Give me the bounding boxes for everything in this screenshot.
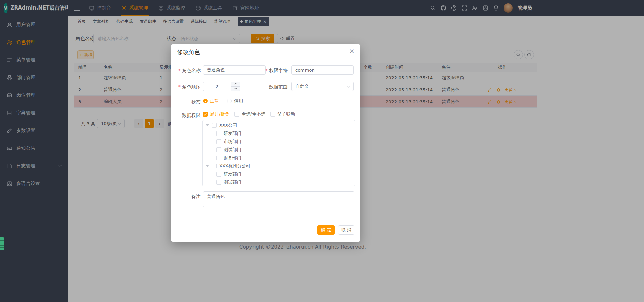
role-order-value: 2 bbox=[203, 84, 231, 89]
remark-value: 普通角色 bbox=[207, 194, 225, 199]
remark-textarea[interactable]: 普通角色 bbox=[203, 191, 354, 207]
cancel-button[interactable]: 取 消 bbox=[338, 225, 354, 235]
data-permission-label: 数据权限 bbox=[173, 112, 201, 119]
tree-node-label: XXX杭州分公司 bbox=[219, 163, 250, 169]
radio-label: 正常 bbox=[210, 98, 219, 104]
checkbox-label: 全选/全不选 bbox=[242, 111, 265, 117]
checkbox-icon[interactable] bbox=[212, 123, 217, 128]
decrease-button[interactable] bbox=[231, 87, 240, 91]
remark-label: 备注 bbox=[173, 194, 201, 200]
checkbox-label: 父子联动 bbox=[277, 111, 295, 117]
permission-tree: XXX公司 研发部门 市场部门 测试部门 财务部门 XXX杭州分公司 研发部门 bbox=[202, 120, 355, 186]
role-key-value: common bbox=[295, 68, 315, 73]
role-order-label: 角色顺序 bbox=[173, 84, 201, 90]
checkbox-icon[interactable] bbox=[216, 172, 221, 177]
checkbox-icon[interactable] bbox=[216, 147, 221, 152]
tree-node[interactable]: 研发部门 bbox=[203, 129, 355, 138]
checkbox-icon[interactable] bbox=[216, 139, 221, 144]
role-order-stepper[interactable]: 2 bbox=[203, 82, 240, 91]
checkbox-icon[interactable] bbox=[216, 156, 221, 160]
radio-normal[interactable]: 正常 bbox=[203, 98, 219, 104]
checkbox-label: 展开/折叠 bbox=[210, 111, 229, 117]
tree-node[interactable]: XXX杭州分公司 bbox=[203, 162, 355, 170]
caret-down-icon[interactable] bbox=[206, 165, 209, 167]
increase-button[interactable] bbox=[231, 82, 240, 87]
checkbox-icon[interactable] bbox=[216, 180, 221, 185]
checkbox-expand-collapse[interactable]: 展开/折叠 bbox=[203, 111, 229, 117]
role-name-input[interactable]: 普通角色 bbox=[203, 65, 266, 75]
chevron-down-icon bbox=[347, 84, 350, 88]
checkbox-select-all[interactable]: 全选/全不选 bbox=[234, 111, 265, 117]
stepper-controls bbox=[231, 82, 240, 91]
role-key-input[interactable]: common bbox=[291, 65, 354, 75]
resize-handle[interactable] bbox=[350, 203, 353, 206]
tree-node[interactable]: 市场部门 bbox=[203, 138, 355, 146]
tree-node-label: 研发部门 bbox=[224, 171, 241, 177]
radio-disabled[interactable]: 停用 bbox=[227, 98, 243, 104]
tree-node[interactable]: XXX公司 bbox=[203, 121, 355, 129]
caret-down-icon[interactable] bbox=[206, 124, 209, 126]
dialog-title: 修改角色 bbox=[177, 48, 200, 56]
checkbox-parent-child-link[interactable]: 父子联动 bbox=[270, 111, 295, 117]
tree-node[interactable]: 测试部门 bbox=[203, 146, 355, 154]
tree-node-label: 测试部门 bbox=[224, 179, 241, 185]
radio-icon bbox=[203, 99, 208, 103]
confirm-button[interactable]: 确 定 bbox=[317, 225, 335, 235]
status-label: 状态 bbox=[173, 99, 201, 105]
tree-node-label: 财务部门 bbox=[224, 155, 241, 161]
edit-role-dialog: 修改角色 × 角色名称 普通角色 权限字符 common 角色顺序 2 数据范围… bbox=[171, 44, 360, 242]
radio-label: 停用 bbox=[234, 98, 243, 104]
floating-widget[interactable] bbox=[0, 237, 4, 250]
tree-node-label: XXX公司 bbox=[219, 122, 237, 128]
checkbox-icon bbox=[234, 112, 239, 117]
chevron-down-icon bbox=[234, 87, 237, 89]
checkbox-icon[interactable] bbox=[216, 131, 221, 136]
chevron-up-icon bbox=[234, 83, 237, 85]
close-icon[interactable]: × bbox=[349, 47, 355, 55]
data-scope-label: 数据范围 bbox=[260, 84, 288, 90]
tree-node[interactable]: 财务部门 bbox=[203, 154, 355, 162]
radio-icon bbox=[227, 99, 232, 103]
role-name-value: 普通角色 bbox=[207, 67, 225, 73]
checkbox-icon bbox=[203, 112, 208, 117]
data-scope-value: 自定义 bbox=[295, 83, 309, 89]
tree-node[interactable]: 测试部门 bbox=[203, 178, 355, 186]
tree-node-label: 测试部门 bbox=[224, 147, 241, 153]
role-key-label: 权限字符 bbox=[260, 68, 288, 74]
checkbox-icon bbox=[270, 112, 275, 117]
role-name-label: 角色名称 bbox=[173, 68, 201, 74]
tree-node-label: 研发部门 bbox=[224, 130, 241, 137]
checkbox-icon[interactable] bbox=[212, 164, 217, 168]
tree-node-label: 市场部门 bbox=[224, 139, 241, 145]
tree-node[interactable]: 研发部门 bbox=[203, 170, 355, 178]
data-scope-select[interactable]: 自定义 bbox=[291, 82, 354, 91]
